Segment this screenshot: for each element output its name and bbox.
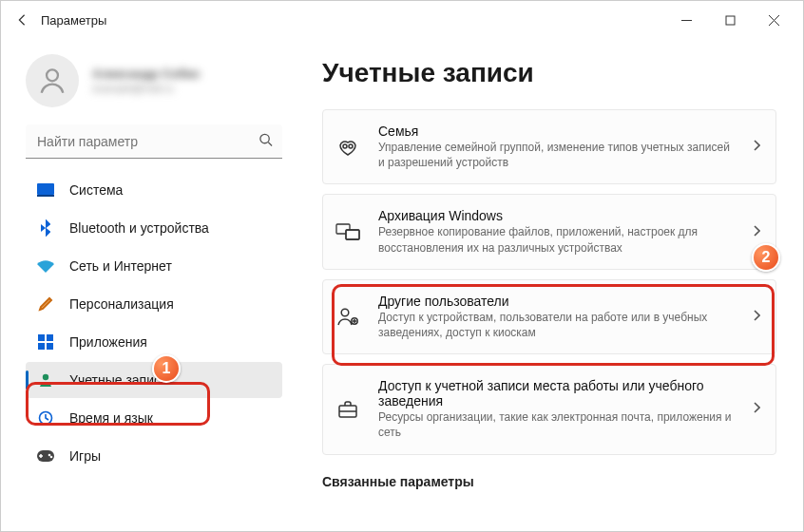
sidebar-item-wifi[interactable]: Сеть и Интернет (26, 248, 282, 284)
chevron-right-icon (753, 140, 760, 154)
sidebar-item-label: Сеть и Интернет (69, 258, 172, 274)
svg-point-13 (43, 374, 48, 380)
svg-line-6 (268, 142, 272, 146)
svg-point-17 (50, 456, 53, 459)
sidebar-item-label: Персонализация (69, 296, 174, 312)
family-icon (335, 137, 361, 158)
apps-icon (37, 333, 54, 351)
sidebar-item-label: Система (69, 182, 123, 198)
minimize-button[interactable] (664, 5, 708, 35)
main-panel: Учетные записи Семья Управление семейной… (296, 39, 803, 531)
sidebar-item-label: Учетные записи (69, 372, 168, 388)
svg-point-19 (349, 144, 353, 148)
title-bar: Параметры (1, 1, 803, 39)
sidebar-item-label: Время и язык (69, 410, 153, 426)
svg-rect-8 (37, 195, 54, 197)
sidebar-item-person[interactable]: Учетные записи (26, 362, 282, 398)
profile-block[interactable]: Александр Собко example@mail.ru (26, 48, 282, 124)
svg-rect-11 (38, 343, 45, 350)
card-title: Семья (378, 124, 736, 139)
svg-point-4 (47, 69, 58, 81)
card-desc: Ресурсы организации, такие как электронн… (378, 409, 736, 440)
chevron-right-icon (753, 402, 760, 416)
sidebar-item-clock[interactable]: Время и язык (26, 400, 282, 436)
close-button[interactable] (752, 5, 795, 35)
svg-rect-21 (346, 230, 359, 239)
chevron-right-icon (753, 310, 760, 324)
search-icon (258, 133, 273, 151)
sidebar-item-game[interactable]: Игры (26, 438, 282, 474)
sidebar-item-label: Приложения (69, 334, 147, 350)
card-desc: Доступ к устройствам, пользователи на ра… (378, 310, 736, 340)
chevron-right-icon (753, 225, 760, 239)
settings-card-otherusers[interactable]: Другие пользователи Доступ к устройствам… (322, 279, 776, 354)
brush-icon (37, 295, 54, 313)
bluetooth-icon (37, 219, 54, 237)
sidebar-item-label: Bluetooth и устройства (69, 220, 209, 236)
card-desc: Управление семейной группой, изменение т… (378, 140, 736, 170)
page-heading: Учетные записи (322, 58, 776, 88)
clock-icon (37, 409, 54, 427)
back-button[interactable] (9, 7, 35, 33)
sidebar-item-bluetooth[interactable]: Bluetooth и устройства (26, 210, 282, 246)
svg-rect-1 (726, 16, 735, 25)
card-title: Другие пользователи (378, 294, 736, 309)
search-box[interactable] (26, 124, 282, 159)
settings-card-backup[interactable]: Архивация Windows Резервное копирование … (322, 194, 776, 269)
svg-rect-12 (47, 343, 53, 350)
sidebar-item-label: Игры (69, 448, 101, 464)
briefcase-icon (335, 400, 361, 419)
otherusers-icon (335, 306, 361, 327)
settings-card-briefcase[interactable]: Доступ к учетной записи места работы или… (322, 364, 776, 454)
app-title: Параметры (41, 13, 106, 28)
svg-point-18 (343, 144, 347, 148)
sidebar-item-system[interactable]: Система (26, 172, 282, 208)
sidebar: Александр Собко example@mail.ru Система … (1, 39, 296, 531)
system-icon (37, 181, 54, 199)
search-input[interactable] (26, 124, 282, 159)
card-title: Архивация Windows (378, 208, 736, 223)
sidebar-nav: Система Bluetooth и устройства Сеть и Ин… (26, 172, 282, 474)
avatar (26, 54, 79, 107)
svg-rect-10 (47, 334, 53, 341)
card-title: Доступ к учетной записи места работы или… (378, 378, 736, 408)
sidebar-item-brush[interactable]: Персонализация (26, 286, 282, 322)
game-icon (37, 447, 54, 465)
svg-point-23 (341, 310, 349, 317)
svg-point-16 (48, 454, 51, 457)
person-icon (37, 371, 54, 389)
backup-icon (335, 222, 361, 241)
profile-name: Александр Собко (92, 66, 200, 83)
profile-email: example@mail.ru (92, 82, 200, 96)
card-desc: Резервное копирование файлов, приложений… (378, 224, 736, 255)
maximize-button[interactable] (708, 5, 752, 35)
settings-card-family[interactable]: Семья Управление семейной группой, измен… (322, 109, 776, 184)
sidebar-item-apps[interactable]: Приложения (26, 324, 282, 360)
svg-point-5 (260, 134, 269, 142)
svg-rect-9 (38, 334, 45, 341)
related-heading: Связанные параметры (322, 474, 776, 489)
wifi-icon (37, 257, 54, 275)
svg-rect-7 (37, 183, 54, 195)
